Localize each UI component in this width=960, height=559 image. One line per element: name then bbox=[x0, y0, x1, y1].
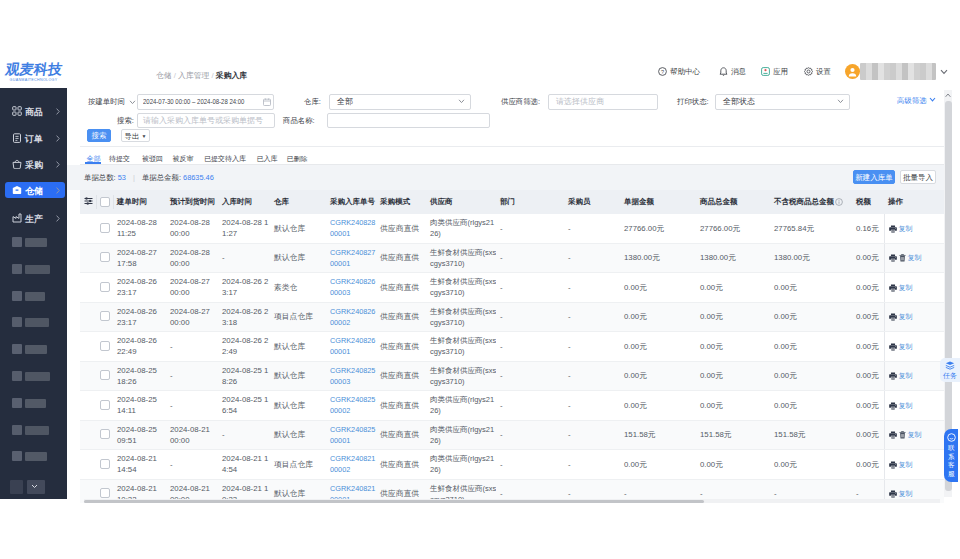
svg-text:?: ? bbox=[661, 69, 664, 75]
